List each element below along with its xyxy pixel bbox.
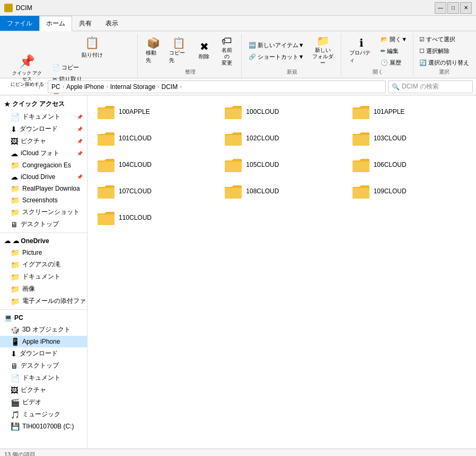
back-button[interactable]: ← <box>3 81 16 93</box>
ribbon-tabs: ファイル ホーム 共有 表示 <box>0 16 476 31</box>
address-path[interactable]: PC › Apple iPhone › Internal Storage › D… <box>48 81 386 93</box>
shortcut-button[interactable]: 🔗 ショートカット▼ <box>246 51 307 62</box>
svg-rect-3 <box>225 109 242 119</box>
delete-button[interactable]: ✖ 削除 <box>193 39 215 62</box>
sidebar-item-documents[interactable]: 📄 ドキュメント 📌 <box>0 111 87 123</box>
folder-item[interactable]: 109CLOUD <box>348 180 471 202</box>
sidebar-item-desktop-pc[interactable]: 🖥 デスクトップ <box>0 360 87 372</box>
open-buttons: ℹ プロパティ 📂 開く▼ ✏ 編集 🕑 展歴 <box>346 33 410 68</box>
up-button[interactable]: ↑ <box>33 81 46 93</box>
sidebar-item-email-attach-label: 電子メールの添付ファ <box>22 297 86 306</box>
folder-item[interactable]: 102CLOUD <box>220 127 343 149</box>
folder-item[interactable]: 100CLOUD <box>220 101 343 123</box>
sidebar-item-iguazu[interactable]: 📁 イグアスの滝 <box>0 258 87 271</box>
sidebar-item-drive-c[interactable]: 💾 TIH0010700B (C:) <box>0 421 87 432</box>
sidebar-item-screenshots[interactable]: 📁 Screenshots <box>0 194 87 206</box>
invert-select-button[interactable]: 🔄 選択の切り替え <box>417 57 472 68</box>
folder-icon <box>98 157 114 172</box>
quickaccess-header[interactable]: ★ クイック アクセス <box>0 97 87 111</box>
copy-label: コピー <box>61 64 79 71</box>
open-column: 📂 開く▼ ✏ 編集 🕑 展歴 <box>378 34 410 68</box>
folder-item[interactable]: 106CLOUD <box>348 154 471 176</box>
sidebar: ★ クイック アクセス 📄 ドキュメント 📌 ⬇ ダウンロード 📌 🖼 ピクチャ… <box>0 95 87 449</box>
folder-item[interactable]: 103CLOUD <box>348 127 471 149</box>
history-button[interactable]: 🕑 展歴 <box>378 57 410 68</box>
folder-item[interactable]: 105CLOUD <box>220 154 343 176</box>
invert-icon: 🔄 <box>419 59 427 66</box>
sidebar-item-realplayer[interactable]: 📁 RealPlayer Downloa <box>0 183 87 194</box>
forward-button[interactable]: → <box>18 81 31 93</box>
sidebar-item-documents-od[interactable]: 📁 ドキュメント <box>0 271 87 283</box>
select-none-button[interactable]: ☐ 選択解除 <box>417 46 472 57</box>
folder-item[interactable]: 110CLOUD <box>93 207 216 229</box>
sidebar-item-downloads-pc[interactable]: ⬇ ダウンロード <box>0 347 87 360</box>
pin-icon-dl: 📌 <box>77 127 83 132</box>
sidebar-item-icloud-drive[interactable]: ☁ iCloud Drive 📌 <box>0 171 87 183</box>
sidebar-item-congregacion[interactable]: 📁 Congregacion Es <box>0 159 87 171</box>
path-item-storage[interactable]: Internal Storage <box>110 83 155 91</box>
sidebar-item-desktop[interactable]: 🖥 デスクトップ <box>0 218 87 230</box>
downloads-pc-icon: ⬇ <box>11 350 17 358</box>
properties-icon: ℹ <box>359 38 364 48</box>
quickaccess-label: クイック アクセス <box>12 100 65 109</box>
desktop-icon: 🖥 <box>11 220 18 229</box>
folder-item[interactable]: 108CLOUD <box>220 180 343 202</box>
folder-item[interactable]: 101CLOUD <box>93 127 216 149</box>
sidebar-item-picture[interactable]: 📁 Picture <box>0 247 87 258</box>
path-sep-1: › <box>63 84 64 90</box>
minimize-button[interactable]: — <box>435 2 446 14</box>
documents-pc-icon: 📄 <box>11 374 20 382</box>
onedrive-header[interactable]: ☁ ☁ OneDrive <box>0 235 87 247</box>
organize-buttons: 📦 移動先 📋 コピー先 ✖ 削除 🏷 名前の変更 <box>142 33 237 68</box>
folder-name: 102CLOUD <box>246 135 279 142</box>
tab-view[interactable]: 表示 <box>99 16 125 31</box>
title-bar-controls: — □ ✕ <box>435 2 472 14</box>
sidebar-item-music-pc[interactable]: 🎵 ミュージック <box>0 408 87 421</box>
tab-share[interactable]: 共有 <box>72 16 99 31</box>
folder-item[interactable]: 101APPLE <box>348 101 471 123</box>
folder-icon <box>352 104 369 119</box>
sidebar-item-images[interactable]: 📁 画像 <box>0 283 87 295</box>
sidebar-item-screenshotsja[interactable]: 📁 スクリーンショット <box>0 206 87 218</box>
new-item-button[interactable]: 🆕 新しいアイテム▼ <box>246 40 307 51</box>
move-button[interactable]: 📦 移動先 <box>142 35 164 66</box>
sidebar-item-icloud-photos[interactable]: ☁ iCloud フォト 📌 <box>0 147 87 159</box>
copyto-button[interactable]: 📋 コピー先 <box>165 35 192 66</box>
sidebar-item-downloads[interactable]: ⬇ ダウンロード 📌 <box>0 123 87 135</box>
maximize-button[interactable]: □ <box>447 2 459 14</box>
open-button[interactable]: 📂 開く▼ <box>378 34 410 45</box>
paste-button[interactable]: 📋 貼り付け <box>50 33 134 61</box>
folder-item[interactable]: 104CLOUD <box>93 154 216 176</box>
path-item-iphone[interactable]: Apple iPhone <box>66 83 104 91</box>
close-button[interactable]: ✕ <box>460 2 472 14</box>
svg-rect-1 <box>98 109 114 119</box>
pc-header[interactable]: 💻 PC <box>0 312 87 324</box>
rename-button[interactable]: 🏷 名前の変更 <box>216 33 238 68</box>
screenshots-icon: 📁 <box>11 196 20 204</box>
folder-name: 107CLOUD <box>119 187 152 195</box>
edit-button[interactable]: ✏ 編集 <box>378 46 410 57</box>
select-all-button[interactable]: ☑ すべて選択 <box>417 34 472 45</box>
sidebar-item-pictures[interactable]: 🖼 ピクチャ 📌 <box>0 135 87 147</box>
sidebar-item-3d[interactable]: 🎲 3D オブジェクト <box>0 324 87 336</box>
properties-button[interactable]: ℹ プロパティ <box>346 35 377 66</box>
sidebar-item-documents-pc[interactable]: 📄 ドキュメント <box>0 372 87 384</box>
svg-rect-15 <box>225 162 242 172</box>
path-item-pc[interactable]: PC <box>51 83 60 91</box>
tab-home[interactable]: ホーム <box>39 16 72 31</box>
sidebar-item-video-pc[interactable]: 🎬 ビデオ <box>0 396 87 408</box>
sidebar-item-pictures-label: ピクチャ <box>21 137 46 146</box>
documents-od-icon: 📁 <box>11 273 20 281</box>
sidebar-item-email-attach[interactable]: 📁 電子メールの添付ファ <box>0 295 87 307</box>
sidebar-item-apple-iphone[interactable]: 📱 Apple iPhone <box>0 336 87 347</box>
new-folder-button[interactable]: 📁 新しいフォルダー <box>308 33 338 68</box>
search-box[interactable]: 🔍 DCIM の検索 <box>388 81 473 93</box>
file-grid: 100APPLE 100CLOUD 101APPLE 101CLOUD <box>93 101 471 229</box>
folder-item[interactable]: 100APPLE <box>93 101 216 123</box>
select-buttons: ☑ すべて選択 ☐ 選択解除 🔄 選択の切り替え <box>417 33 472 68</box>
folder-item[interactable]: 107CLOUD <box>93 180 216 202</box>
tab-file[interactable]: ファイル <box>0 16 39 31</box>
path-item-dcim[interactable]: DCIM <box>161 83 178 91</box>
sidebar-item-pictures-pc[interactable]: 🖼 ピクチャ <box>0 384 87 396</box>
copy-button[interactable]: 📄 コピー <box>50 62 134 73</box>
